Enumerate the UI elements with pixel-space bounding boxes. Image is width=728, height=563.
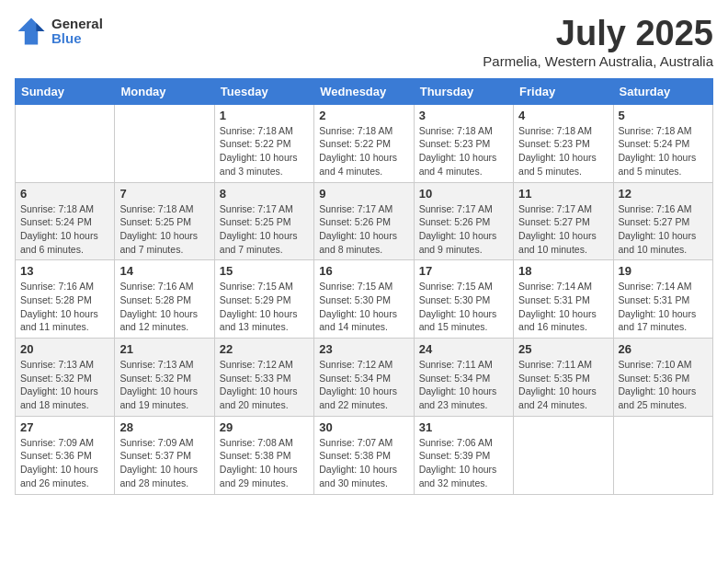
calendar-cell: 9Sunrise: 7:17 AMSunset: 5:26 PMDaylight… bbox=[314, 182, 414, 260]
day-number: 10 bbox=[419, 187, 508, 201]
calendar-cell: 17Sunrise: 7:15 AMSunset: 5:30 PMDayligh… bbox=[414, 260, 513, 339]
calendar-cell: 14Sunrise: 7:16 AMSunset: 5:28 PMDayligh… bbox=[115, 260, 214, 339]
calendar-cell: 22Sunrise: 7:12 AMSunset: 5:33 PMDayligh… bbox=[214, 339, 313, 417]
day-number: 11 bbox=[518, 187, 608, 201]
day-info: Sunrise: 7:08 AMSunset: 5:38 PMDaylight:… bbox=[220, 436, 309, 490]
weekday-header-tuesday: Tuesday bbox=[214, 78, 313, 104]
day-info: Sunrise: 7:11 AMSunset: 5:34 PMDaylight:… bbox=[419, 358, 508, 412]
day-number: 2 bbox=[319, 109, 408, 122]
day-number: 24 bbox=[419, 342, 508, 356]
day-info: Sunrise: 7:18 AMSunset: 5:22 PMDaylight:… bbox=[220, 124, 309, 178]
calendar-cell: 30Sunrise: 7:07 AMSunset: 5:38 PMDayligh… bbox=[314, 416, 414, 494]
weekday-header-wednesday: Wednesday bbox=[314, 78, 414, 104]
day-info: Sunrise: 7:06 AMSunset: 5:39 PMDaylight:… bbox=[419, 436, 508, 490]
calendar-week-row: 1Sunrise: 7:18 AMSunset: 5:22 PMDaylight… bbox=[16, 104, 713, 182]
logo-blue-text: Blue bbox=[51, 31, 103, 47]
day-number: 8 bbox=[220, 187, 309, 201]
calendar-cell: 20Sunrise: 7:13 AMSunset: 5:32 PMDayligh… bbox=[16, 339, 115, 417]
day-info: Sunrise: 7:17 AMSunset: 5:26 PMDaylight:… bbox=[319, 202, 408, 257]
day-info: Sunrise: 7:15 AMSunset: 5:30 PMDaylight:… bbox=[419, 280, 508, 334]
day-info: Sunrise: 7:17 AMSunset: 5:27 PMDaylight:… bbox=[518, 202, 608, 257]
day-info: Sunrise: 7:07 AMSunset: 5:38 PMDaylight:… bbox=[319, 436, 408, 490]
calendar-cell: 26Sunrise: 7:10 AMSunset: 5:36 PMDayligh… bbox=[613, 339, 712, 417]
title-block: July 2025 Parmelia, Western Australia, A… bbox=[483, 15, 713, 69]
calendar-cell: 4Sunrise: 7:18 AMSunset: 5:23 PMDaylight… bbox=[514, 104, 613, 182]
calendar-cell bbox=[16, 104, 115, 182]
calendar-cell: 12Sunrise: 7:16 AMSunset: 5:27 PMDayligh… bbox=[613, 182, 712, 260]
day-number: 6 bbox=[20, 187, 109, 201]
calendar-week-row: 13Sunrise: 7:16 AMSunset: 5:28 PMDayligh… bbox=[16, 260, 713, 339]
day-number: 18 bbox=[518, 264, 608, 278]
day-info: Sunrise: 7:13 AMSunset: 5:32 PMDaylight:… bbox=[20, 358, 109, 412]
calendar-cell: 16Sunrise: 7:15 AMSunset: 5:30 PMDayligh… bbox=[314, 260, 414, 339]
calendar-cell: 25Sunrise: 7:11 AMSunset: 5:35 PMDayligh… bbox=[514, 339, 613, 417]
day-info: Sunrise: 7:13 AMSunset: 5:32 PMDaylight:… bbox=[119, 358, 209, 412]
day-number: 7 bbox=[119, 187, 209, 201]
day-number: 9 bbox=[319, 187, 408, 201]
day-number: 29 bbox=[220, 420, 309, 434]
day-info: Sunrise: 7:12 AMSunset: 5:34 PMDaylight:… bbox=[319, 358, 408, 412]
day-number: 21 bbox=[119, 342, 209, 356]
calendar-cell: 28Sunrise: 7:09 AMSunset: 5:37 PMDayligh… bbox=[115, 416, 214, 494]
calendar-week-row: 20Sunrise: 7:13 AMSunset: 5:32 PMDayligh… bbox=[16, 339, 713, 417]
day-number: 22 bbox=[220, 342, 309, 356]
calendar-cell: 5Sunrise: 7:18 AMSunset: 5:24 PMDaylight… bbox=[613, 104, 712, 182]
day-info: Sunrise: 7:16 AMSunset: 5:28 PMDaylight:… bbox=[20, 280, 109, 334]
day-info: Sunrise: 7:18 AMSunset: 5:24 PMDaylight:… bbox=[619, 124, 708, 178]
day-info: Sunrise: 7:16 AMSunset: 5:27 PMDaylight:… bbox=[619, 202, 708, 257]
day-info: Sunrise: 7:11 AMSunset: 5:35 PMDaylight:… bbox=[518, 358, 608, 412]
day-number: 27 bbox=[20, 420, 109, 434]
day-info: Sunrise: 7:14 AMSunset: 5:31 PMDaylight:… bbox=[518, 280, 608, 334]
weekday-header-saturday: Saturday bbox=[613, 78, 712, 104]
page-header: General Blue July 2025 Parmelia, Western… bbox=[15, 15, 713, 69]
day-info: Sunrise: 7:17 AMSunset: 5:26 PMDaylight:… bbox=[419, 202, 508, 257]
day-number: 20 bbox=[20, 342, 109, 356]
day-number: 19 bbox=[619, 264, 708, 278]
day-number: 14 bbox=[119, 264, 209, 278]
calendar-cell: 6Sunrise: 7:18 AMSunset: 5:24 PMDaylight… bbox=[16, 182, 115, 260]
day-info: Sunrise: 7:18 AMSunset: 5:23 PMDaylight:… bbox=[419, 124, 508, 178]
day-info: Sunrise: 7:15 AMSunset: 5:30 PMDaylight:… bbox=[319, 280, 408, 334]
calendar-week-row: 27Sunrise: 7:09 AMSunset: 5:36 PMDayligh… bbox=[16, 416, 713, 494]
calendar-cell: 8Sunrise: 7:17 AMSunset: 5:25 PMDaylight… bbox=[214, 182, 313, 260]
calendar-week-row: 6Sunrise: 7:18 AMSunset: 5:24 PMDaylight… bbox=[16, 182, 713, 260]
calendar-cell: 10Sunrise: 7:17 AMSunset: 5:26 PMDayligh… bbox=[414, 182, 513, 260]
day-number: 5 bbox=[619, 109, 708, 122]
day-info: Sunrise: 7:18 AMSunset: 5:24 PMDaylight:… bbox=[20, 202, 109, 257]
month-title: July 2025 bbox=[483, 15, 713, 53]
day-number: 16 bbox=[319, 264, 408, 278]
svg-marker-1 bbox=[36, 23, 44, 31]
day-number: 13 bbox=[20, 264, 109, 278]
weekday-header-row: SundayMondayTuesdayWednesdayThursdayFrid… bbox=[16, 78, 713, 104]
weekday-header-sunday: Sunday bbox=[16, 78, 115, 104]
day-info: Sunrise: 7:18 AMSunset: 5:22 PMDaylight:… bbox=[319, 124, 408, 178]
calendar-cell: 15Sunrise: 7:15 AMSunset: 5:29 PMDayligh… bbox=[214, 260, 313, 339]
calendar-cell: 13Sunrise: 7:16 AMSunset: 5:28 PMDayligh… bbox=[16, 260, 115, 339]
day-info: Sunrise: 7:09 AMSunset: 5:37 PMDaylight:… bbox=[119, 436, 209, 490]
calendar-cell bbox=[613, 416, 712, 494]
calendar-cell: 2Sunrise: 7:18 AMSunset: 5:22 PMDaylight… bbox=[314, 104, 414, 182]
day-number: 31 bbox=[419, 420, 508, 434]
calendar-cell: 11Sunrise: 7:17 AMSunset: 5:27 PMDayligh… bbox=[514, 182, 613, 260]
weekday-header-thursday: Thursday bbox=[414, 78, 513, 104]
calendar-cell: 27Sunrise: 7:09 AMSunset: 5:36 PMDayligh… bbox=[16, 416, 115, 494]
day-number: 4 bbox=[518, 109, 608, 122]
day-info: Sunrise: 7:12 AMSunset: 5:33 PMDaylight:… bbox=[220, 358, 309, 412]
weekday-header-monday: Monday bbox=[115, 78, 214, 104]
day-number: 26 bbox=[619, 342, 708, 356]
calendar-cell: 18Sunrise: 7:14 AMSunset: 5:31 PMDayligh… bbox=[514, 260, 613, 339]
calendar-cell: 31Sunrise: 7:06 AMSunset: 5:39 PMDayligh… bbox=[414, 416, 513, 494]
location-title: Parmelia, Western Australia, Australia bbox=[483, 53, 713, 69]
day-number: 12 bbox=[619, 187, 708, 201]
calendar-cell: 1Sunrise: 7:18 AMSunset: 5:22 PMDaylight… bbox=[214, 104, 313, 182]
day-number: 15 bbox=[220, 264, 309, 278]
logo-general-text: General bbox=[51, 17, 103, 32]
calendar-cell: 19Sunrise: 7:14 AMSunset: 5:31 PMDayligh… bbox=[613, 260, 712, 339]
calendar-cell: 29Sunrise: 7:08 AMSunset: 5:38 PMDayligh… bbox=[214, 416, 313, 494]
calendar-cell: 24Sunrise: 7:11 AMSunset: 5:34 PMDayligh… bbox=[414, 339, 513, 417]
day-info: Sunrise: 7:17 AMSunset: 5:25 PMDaylight:… bbox=[220, 202, 309, 257]
calendar-cell: 7Sunrise: 7:18 AMSunset: 5:25 PMDaylight… bbox=[115, 182, 214, 260]
calendar-cell bbox=[115, 104, 214, 182]
calendar-cell: 3Sunrise: 7:18 AMSunset: 5:23 PMDaylight… bbox=[414, 104, 513, 182]
day-info: Sunrise: 7:14 AMSunset: 5:31 PMDaylight:… bbox=[619, 280, 708, 334]
